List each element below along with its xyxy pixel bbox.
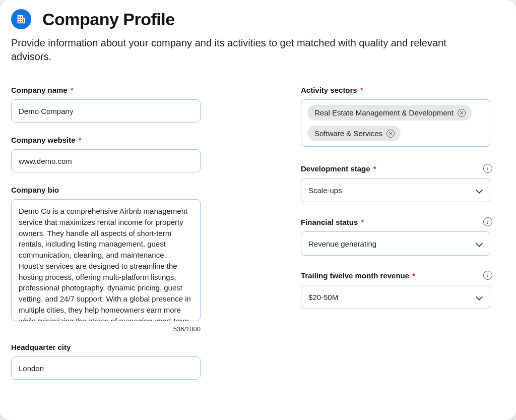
field-company-bio: Company bio 536/1000 <box>11 186 210 333</box>
left-column: Company name * Company website * Company… <box>11 86 210 393</box>
page-subtitle: Provide information about your company a… <box>11 36 485 64</box>
sector-tag: Real Estate Management & Development <box>307 105 472 121</box>
right-column: Activity sectors * Real Estate Managemen… <box>301 86 492 393</box>
field-activity-sectors: Activity sectors * Real Estate Managemen… <box>301 86 492 147</box>
label-hq-city: Headquarter city <box>11 343 71 351</box>
select-value: Scale-ups <box>308 186 342 195</box>
label-company-bio: Company bio <box>11 186 59 194</box>
remove-tag-icon[interactable] <box>458 109 466 117</box>
development-stage-select[interactable]: Scale-ups <box>301 178 490 202</box>
chevron-down-icon <box>476 293 483 301</box>
tag-label: Software & Services <box>314 129 382 138</box>
field-development-stage: Development stage * i Scale-ups <box>301 164 492 202</box>
remove-tag-icon[interactable] <box>386 130 395 138</box>
sector-tag: Software & Services <box>307 126 401 141</box>
field-company-website: Company website * <box>11 136 210 172</box>
select-value: $20-50M <box>308 293 338 302</box>
field-financial-status: Financial status * i Revenue generating <box>301 217 492 256</box>
label-ttm-revenue: Trailing twelve month revenue * <box>301 271 415 280</box>
hq-city-input[interactable] <box>11 356 201 380</box>
financial-status-select[interactable]: Revenue generating <box>301 231 490 256</box>
company-name-input[interactable] <box>11 99 201 123</box>
company-bio-textarea[interactable] <box>11 199 201 321</box>
label-financial-status: Financial status * <box>301 218 364 226</box>
ttm-revenue-select[interactable]: $20-50M <box>301 285 490 309</box>
label-activity-sectors: Activity sectors * <box>301 86 363 94</box>
building-icon <box>11 9 31 29</box>
label-development-stage: Development stage * <box>301 164 376 173</box>
info-icon[interactable]: i <box>483 271 492 280</box>
form-columns: Company name * Company website * Company… <box>11 86 505 393</box>
activity-sectors-input[interactable]: Real Estate Management & Development Sof… <box>301 99 490 147</box>
info-icon[interactable]: i <box>483 164 492 173</box>
tag-label: Real Estate Management & Development <box>314 108 454 117</box>
chevron-down-icon <box>476 240 483 247</box>
page-title: Company Profile <box>42 10 175 29</box>
label-company-name: Company name * <box>11 86 74 94</box>
bio-char-counter: 536/1000 <box>11 325 201 333</box>
chevron-down-icon <box>476 187 483 194</box>
header: Company Profile <box>11 9 505 29</box>
field-ttm-revenue: Trailing twelve month revenue * i $20-50… <box>301 271 492 309</box>
select-value: Revenue generating <box>308 239 376 248</box>
company-website-input[interactable] <box>11 149 201 172</box>
company-profile-card: Company Profile Provide information abou… <box>0 0 516 420</box>
info-icon[interactable]: i <box>483 217 492 226</box>
label-company-website: Company website * <box>11 136 82 144</box>
field-company-name: Company name * <box>11 86 210 123</box>
field-hq-city: Headquarter city <box>11 343 210 380</box>
